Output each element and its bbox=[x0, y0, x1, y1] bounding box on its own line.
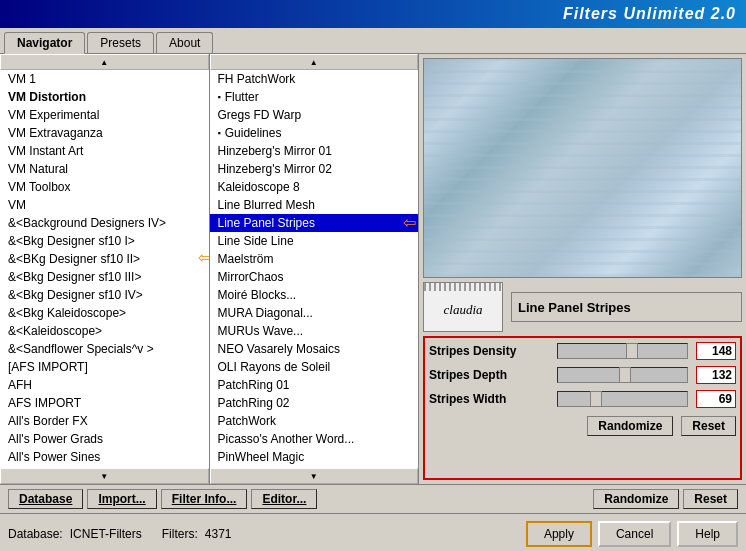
list-item[interactable]: AFH bbox=[0, 376, 209, 394]
filter-item[interactable]: MirrorChaos bbox=[210, 268, 419, 286]
filter-item[interactable]: PatchRing 02 bbox=[210, 394, 419, 412]
filter-item[interactable]: Moiré Blocks... bbox=[210, 286, 419, 304]
filter-item[interactable]: Hinzeberg's Mirror 01 bbox=[210, 142, 419, 160]
list-item[interactable]: VM Toolbox bbox=[0, 178, 209, 196]
claudia-logo: claudia bbox=[423, 282, 503, 332]
logo-text: claudia bbox=[444, 302, 483, 318]
filter-item-blurred-mesh[interactable]: Line Blurred Mesh bbox=[210, 196, 419, 214]
param-slider-width[interactable] bbox=[557, 391, 688, 407]
action-buttons: Apply Cancel Help bbox=[526, 521, 738, 547]
preview-image bbox=[424, 59, 741, 277]
tab-bar: Navigator Presets About bbox=[0, 28, 746, 54]
filter-item[interactable]: OLI Rayons de Soleil bbox=[210, 358, 419, 376]
list-item[interactable]: &<Sandflower Specials^v > bbox=[0, 340, 209, 358]
middle-scroll-down[interactable]: ▼ bbox=[210, 468, 419, 484]
tab-presets[interactable]: Presets bbox=[87, 32, 154, 53]
list-item[interactable]: VM Instant Art bbox=[0, 142, 209, 160]
list-item[interactable]: &<Bkg Designer sf10 IV> bbox=[0, 286, 209, 304]
logo-controls: claudia Line Panel Stripes bbox=[423, 282, 742, 332]
list-item-distortion[interactable]: VM Distortion bbox=[0, 88, 209, 106]
filter-item[interactable]: MURA Diagonal... bbox=[210, 304, 419, 322]
filter-item[interactable]: Line Side Line bbox=[210, 232, 419, 250]
preview-area bbox=[423, 58, 742, 278]
param-label-depth: Stripes Depth bbox=[429, 368, 549, 382]
filter-item[interactable]: PatchRing 01 bbox=[210, 376, 419, 394]
apply-button[interactable]: Apply bbox=[526, 521, 592, 547]
filter-item-panel-stripes[interactable]: Line Panel Stripes ⇦ bbox=[210, 214, 419, 232]
list-item[interactable]: &<Bkg Designer sf10 I> bbox=[0, 232, 209, 250]
list-item[interactable]: [AFS IMPORT] bbox=[0, 358, 209, 376]
status-database-label: Database: bbox=[8, 527, 63, 541]
database-button[interactable]: Database bbox=[8, 489, 83, 509]
list-item[interactable]: All's Power Sines bbox=[0, 448, 209, 466]
param-value-density: 148 bbox=[696, 342, 736, 360]
filter-item[interactable]: Kaleidoscope 8 bbox=[210, 178, 419, 196]
filter-info-button[interactable]: Filter Info... bbox=[161, 489, 248, 509]
title-bar: Filters Unlimited 2.0 bbox=[0, 0, 746, 28]
list-item[interactable]: &<Bkg Kaleidoscope> bbox=[0, 304, 209, 322]
filter-item[interactable]: Picasso's Another Word... bbox=[210, 430, 419, 448]
filter-item[interactable]: PinWheel Magic bbox=[210, 448, 419, 466]
middle-list: FH PatchWork ▪Flutter Gregs FD Warp ▪Gui… bbox=[210, 70, 419, 468]
bottom-toolbar: Database Import... Filter Info... Editor… bbox=[0, 484, 746, 513]
list-item[interactable]: VM Experimental bbox=[0, 106, 209, 124]
list-item[interactable]: &<BKg Designer sf10 II> ⇦ bbox=[0, 250, 209, 268]
params-area: Stripes Density 148 Stripes Depth 132 St… bbox=[423, 336, 742, 480]
app-title: Filters Unlimited 2.0 bbox=[563, 5, 736, 23]
import-button[interactable]: Import... bbox=[87, 489, 156, 509]
list-item[interactable]: &<Background Designers IV> bbox=[0, 214, 209, 232]
left-panel: ▲ VM 1 VM Distortion VM Experimental VM … bbox=[0, 54, 210, 484]
reset-button[interactable]: Reset bbox=[681, 416, 736, 436]
param-label-density: Stripes Density bbox=[429, 344, 549, 358]
editor-button[interactable]: Editor... bbox=[251, 489, 317, 509]
list-item[interactable]: All's Power Grads bbox=[0, 430, 209, 448]
list-item[interactable]: VM bbox=[0, 196, 209, 214]
param-row-density: Stripes Density 148 bbox=[429, 342, 736, 360]
list-item[interactable]: AFS IMPORT bbox=[0, 394, 209, 412]
param-slider-depth[interactable] bbox=[557, 367, 688, 383]
left-list: VM 1 VM Distortion VM Experimental VM Ex… bbox=[0, 70, 209, 468]
list-item[interactable]: &<Kaleidoscope> bbox=[0, 322, 209, 340]
status-bar: Database: ICNET-Filters Filters: 4371 Ap… bbox=[0, 513, 746, 551]
randomize-toolbar-button[interactable]: Randomize bbox=[593, 489, 679, 509]
filter-item[interactable]: Gregs FD Warp bbox=[210, 106, 419, 124]
param-value-width: 69 bbox=[696, 390, 736, 408]
filter-name-display: Line Panel Stripes bbox=[511, 292, 742, 322]
param-slider-density[interactable] bbox=[557, 343, 688, 359]
param-value-depth: 132 bbox=[696, 366, 736, 384]
status-filters-label: Filters: bbox=[162, 527, 198, 541]
right-panel: claudia Line Panel Stripes Stripes Densi… bbox=[419, 54, 746, 484]
status-filters: Filters: 4371 bbox=[162, 527, 232, 541]
filter-item-wave[interactable]: MURUs Wave... bbox=[210, 322, 419, 340]
middle-scroll-up[interactable]: ▲ bbox=[210, 54, 419, 70]
param-label-width: Stripes Width bbox=[429, 392, 549, 406]
filter-item[interactable]: ▪Guidelines bbox=[210, 124, 419, 142]
main-content: ▲ VM 1 VM Distortion VM Experimental VM … bbox=[0, 54, 746, 484]
filter-item[interactable]: NEO Vasarely Mosaics bbox=[210, 340, 419, 358]
status-database: Database: ICNET-Filters bbox=[8, 527, 142, 541]
param-row-depth: Stripes Depth 132 bbox=[429, 366, 736, 384]
filter-item[interactable]: Maelström bbox=[210, 250, 419, 268]
param-action-row: Randomize Reset bbox=[429, 416, 736, 436]
help-button[interactable]: Help bbox=[677, 521, 738, 547]
filter-item[interactable]: FH PatchWork bbox=[210, 70, 419, 88]
cancel-button[interactable]: Cancel bbox=[598, 521, 671, 547]
list-item[interactable]: All's Border FX bbox=[0, 412, 209, 430]
list-item[interactable]: &<Bkg Designer sf10 III> bbox=[0, 268, 209, 286]
status-database-value: ICNET-Filters bbox=[70, 527, 142, 541]
tab-navigator[interactable]: Navigator bbox=[4, 32, 85, 54]
filter-item[interactable]: Hinzeberg's Mirror 02 bbox=[210, 160, 419, 178]
status-filters-value: 4371 bbox=[205, 527, 232, 541]
list-item[interactable]: VM 1 bbox=[0, 70, 209, 88]
filter-item[interactable]: ▪Flutter bbox=[210, 88, 419, 106]
middle-panel: ▲ FH PatchWork ▪Flutter Gregs FD Warp ▪G… bbox=[210, 54, 420, 484]
filter-item-patchwork[interactable]: PatchWork bbox=[210, 412, 419, 430]
tab-about[interactable]: About bbox=[156, 32, 213, 53]
left-scroll-down[interactable]: ▼ bbox=[0, 468, 209, 484]
list-item[interactable]: VM Extravaganza bbox=[0, 124, 209, 142]
param-row-width: Stripes Width 69 bbox=[429, 390, 736, 408]
left-scroll-up[interactable]: ▲ bbox=[0, 54, 209, 70]
list-item[interactable]: VM Natural bbox=[0, 160, 209, 178]
reset-toolbar-button[interactable]: Reset bbox=[683, 489, 738, 509]
randomize-button[interactable]: Randomize bbox=[587, 416, 673, 436]
